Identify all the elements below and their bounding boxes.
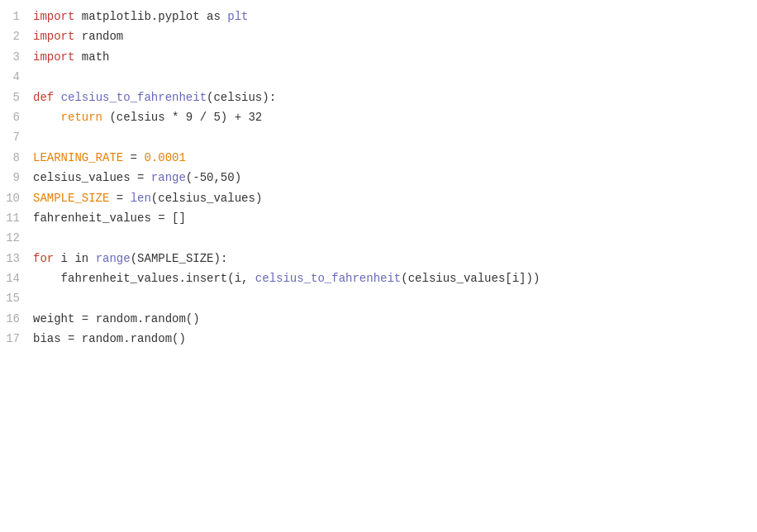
code-line: 14 fahrenheit_values.insert(i, celsius_t…: [0, 268, 757, 288]
code-line: 8LEARNING_RATE = 0.0001: [0, 148, 757, 168]
code-line: 13for i in range(SAMPLE_SIZE):: [0, 249, 757, 268]
line-content: def celsius_to_fahrenheit(celsius):: [33, 88, 757, 107]
code-editor: 1import matplotlib.pyplot as plt2import …: [0, 0, 757, 532]
line-number: 10: [0, 189, 33, 207]
line-number: 8: [0, 149, 33, 167]
line-content: weight = random.random(): [33, 310, 757, 328]
code-line: 10SAMPLE_SIZE = len(celsius_values): [0, 188, 757, 208]
line-number: 13: [0, 249, 33, 268]
line-number: 16: [0, 310, 33, 328]
line-number: 14: [0, 269, 33, 287]
line-number: 11: [0, 209, 33, 227]
line-content: fahrenheit_values = []: [33, 209, 757, 227]
line-number: 1: [0, 7, 33, 26]
line-content: import math: [33, 48, 757, 66]
line-content: import random: [33, 27, 757, 45]
line-content: bias = random.random(): [33, 330, 757, 348]
code-line: 7: [0, 127, 757, 147]
code-line: 12: [0, 228, 757, 248]
code-line: 16weight = random.random(): [0, 309, 757, 329]
line-number: 15: [0, 289, 33, 307]
line-content: LEARNING_RATE = 0.0001: [33, 149, 757, 167]
code-line: 1import matplotlib.pyplot as plt: [0, 7, 757, 26]
code-line: 6 return (celsius * 9 / 5) + 32: [0, 107, 757, 127]
line-number: 9: [0, 169, 33, 187]
line-content: celsius_values = range(-50,50): [33, 169, 757, 187]
line-number: 5: [0, 88, 33, 107]
line-number: 4: [0, 68, 33, 86]
line-content: [33, 128, 757, 146]
code-line: 5def celsius_to_fahrenheit(celsius):: [0, 88, 757, 107]
line-content: fahrenheit_values.insert(i, celsius_to_f…: [33, 269, 757, 287]
line-content: [33, 68, 757, 86]
line-content: return (celsius * 9 / 5) + 32: [33, 108, 757, 126]
line-content: import matplotlib.pyplot as plt: [33, 7, 757, 26]
code-line: 2import random: [0, 26, 757, 46]
line-content: [33, 229, 757, 247]
line-content: SAMPLE_SIZE = len(celsius_values): [33, 189, 757, 207]
line-number: 2: [0, 27, 33, 45]
line-number: 6: [0, 108, 33, 126]
code-line: 11fahrenheit_values = []: [0, 208, 757, 228]
code-line: 4: [0, 67, 757, 87]
line-number: 17: [0, 330, 33, 348]
line-number: 12: [0, 229, 33, 247]
line-number: 7: [0, 128, 33, 146]
line-content: for i in range(SAMPLE_SIZE):: [33, 249, 757, 268]
code-line: 17bias = random.random(): [0, 329, 757, 349]
code-line: 3import math: [0, 47, 757, 67]
code-line: 9celsius_values = range(-50,50): [0, 168, 757, 188]
line-content: [33, 289, 757, 307]
code-line: 15: [0, 288, 757, 308]
line-number: 3: [0, 48, 33, 66]
